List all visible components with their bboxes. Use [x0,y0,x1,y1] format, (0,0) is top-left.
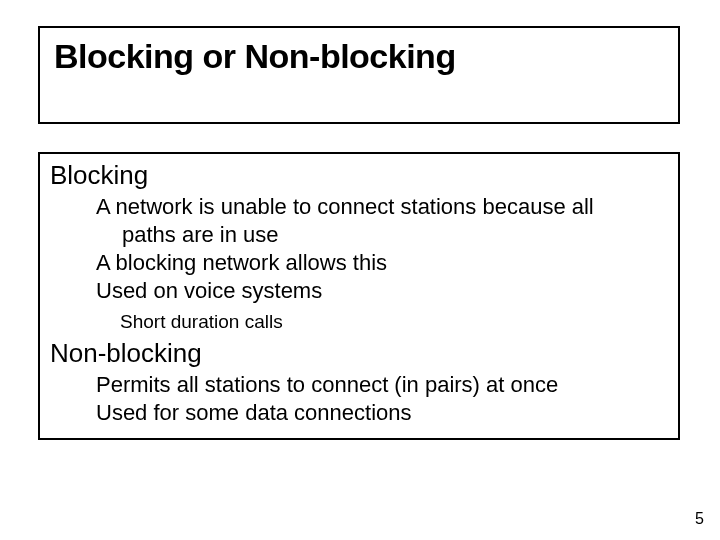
bullet-text: A network is unable to connect stations … [50,193,668,221]
bullet-text: Used on voice systems [50,277,668,305]
section-heading-nonblocking: Non-blocking [50,338,668,369]
bullet-text: Used for some data connections [50,399,668,427]
slide-title: Blocking or Non-blocking [54,38,664,75]
body-box: Blocking A network is unable to connect … [38,152,680,440]
slide: Blocking or Non-blocking Blocking A netw… [0,0,720,540]
bullet-text: paths are in use [50,221,668,249]
bullet-text: Permits all stations to connect (in pair… [50,371,668,399]
title-box: Blocking or Non-blocking [38,26,680,124]
bullet-text: A blocking network allows this [50,249,668,277]
sub-bullet-text: Short duration calls [50,310,668,335]
section-heading-blocking: Blocking [50,160,668,191]
page-number: 5 [695,510,704,528]
